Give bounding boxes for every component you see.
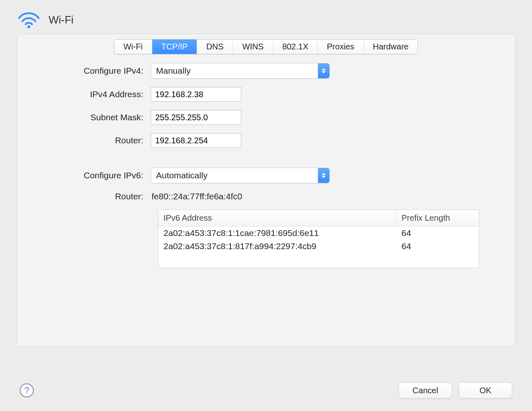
col-ipv6-address[interactable]: IPv6 Address <box>159 210 397 226</box>
ipv6-router-label: Router: <box>54 191 151 201</box>
ipv4-address-field[interactable] <box>151 87 241 102</box>
network-advanced-window: Wi-Fi Wi-Fi TCP/IP DNS WINS 802.1X Proxi… <box>0 0 532 411</box>
footer: ? Cancel OK <box>0 382 532 399</box>
help-button[interactable]: ? <box>20 383 34 397</box>
wifi-icon <box>16 11 41 29</box>
tab-wifi[interactable]: Wi-Fi <box>114 40 152 54</box>
configure-ipv6-label: Configure IPv6: <box>54 170 151 180</box>
ok-button[interactable]: OK <box>459 382 512 399</box>
page-title: Wi-Fi <box>49 14 74 26</box>
configure-ipv6-popup[interactable]: Automatically <box>151 168 330 183</box>
tab-8021x[interactable]: 802.1X <box>273 40 317 54</box>
configure-ipv4-popup[interactable]: Manually <box>151 63 330 79</box>
ipv6-router-value: fe80::24a:77ff:fe6a:4fc0 <box>151 191 242 201</box>
tab-hardware[interactable]: Hardware <box>364 40 418 54</box>
ipv4-address-label: IPv4 Address: <box>54 89 151 99</box>
ipv4-router-field[interactable] <box>151 133 241 148</box>
tab-bar: Wi-Fi TCP/IP DNS WINS 802.1X Proxies Har… <box>114 39 418 54</box>
tab-dns[interactable]: DNS <box>197 40 233 54</box>
subnet-mask-field[interactable] <box>151 110 241 125</box>
configure-ipv4-value: Manually <box>151 63 318 78</box>
updown-icon <box>318 63 329 78</box>
ipv4-router-label: Router: <box>54 135 151 145</box>
ipv6-address-cell: 2a02:a453:37c8:1:817f:a994:2297:4cb9 <box>159 240 397 253</box>
col-prefix-length[interactable]: Prefix Length <box>397 210 479 226</box>
configure-ipv6-value: Automatically <box>151 168 318 183</box>
ipv6-address-table: IPv6 Address Prefix Length 2a02:a453:37c… <box>158 210 479 268</box>
header: Wi-Fi <box>0 11 532 34</box>
cancel-button[interactable]: Cancel <box>399 382 452 399</box>
settings-panel: Configure IPv4: Manually IPv4 Address: S… <box>16 34 516 347</box>
prefix-length-cell: 64 <box>397 227 479 240</box>
configure-ipv4-label: Configure IPv4: <box>54 66 151 76</box>
prefix-length-cell: 64 <box>397 240 479 253</box>
ipv6-address-cell: 2a02:a453:37c8:1:1cae:7981:695d:6e11 <box>159 227 397 240</box>
svg-point-0 <box>28 26 30 28</box>
tab-proxies[interactable]: Proxies <box>318 40 364 54</box>
table-row[interactable]: 2a02:a453:37c8:1:1cae:7981:695d:6e11 64 <box>159 227 479 240</box>
table-row[interactable]: 2a02:a453:37c8:1:817f:a994:2297:4cb9 64 <box>159 240 479 253</box>
subnet-mask-label: Subnet Mask: <box>54 112 151 122</box>
tab-tcpip[interactable]: TCP/IP <box>152 40 197 54</box>
table-header: IPv6 Address Prefix Length <box>159 210 479 227</box>
tab-wins[interactable]: WINS <box>233 40 273 54</box>
updown-icon <box>318 168 329 183</box>
